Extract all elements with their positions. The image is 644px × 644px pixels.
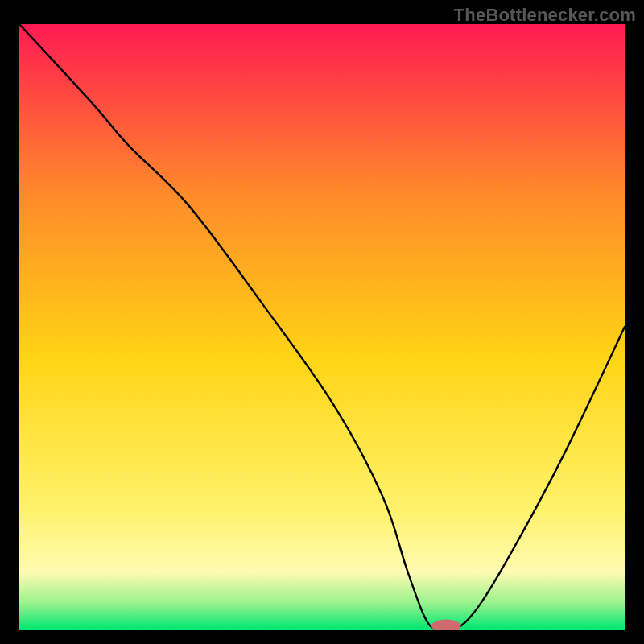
chart-frame: TheBottlenecker.com (0, 0, 644, 644)
watermark-text: TheBottlenecker.com (454, 5, 636, 26)
chart-svg (19, 24, 625, 630)
gradient-background (19, 24, 625, 630)
min-marker (431, 620, 460, 630)
plot-area (19, 24, 625, 630)
